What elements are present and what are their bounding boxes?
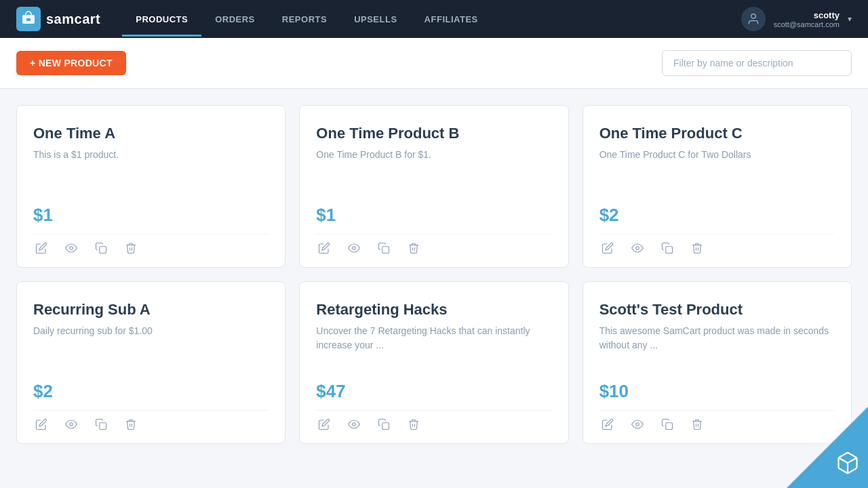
edit-icon[interactable]	[33, 240, 50, 256]
view-icon[interactable]	[63, 240, 79, 256]
svg-rect-4	[100, 247, 106, 253]
edit-icon[interactable]	[316, 240, 332, 256]
brand-name: samcart	[46, 12, 100, 27]
delete-icon[interactable]	[689, 416, 705, 432]
nav-links: PRODUCTS ORDERS REPORTS UPSELLS AFFILIAT…	[122, 2, 741, 37]
navbar: samcart PRODUCTS ORDERS REPORTS UPSELLS …	[0, 0, 868, 38]
product-title: Scott's Test Product	[599, 301, 835, 319]
view-icon[interactable]	[346, 416, 362, 432]
copy-icon[interactable]	[376, 416, 392, 432]
nav-products[interactable]: PRODUCTS	[122, 2, 201, 37]
product-card: Scott's Test Product This awesome SamCar…	[583, 281, 852, 444]
svg-point-3	[70, 247, 73, 250]
copy-icon[interactable]	[659, 416, 675, 432]
product-title: Retargeting Hacks	[316, 301, 551, 319]
svg-point-5	[353, 247, 356, 250]
view-icon[interactable]	[629, 240, 646, 256]
nav-upsells[interactable]: UPSELLS	[340, 2, 410, 37]
view-icon[interactable]	[629, 416, 646, 432]
product-description: One Time Product C for Two Dollars	[599, 148, 835, 194]
product-actions	[599, 234, 835, 256]
svg-rect-10	[100, 423, 106, 430]
copy-icon[interactable]	[376, 240, 392, 256]
nav-affiliates[interactable]: AFFILIATES	[411, 2, 492, 37]
svg-point-2	[751, 14, 755, 19]
product-title: One Time A	[33, 125, 269, 142]
product-price: $47	[316, 381, 551, 402]
product-description: This awesome SamCart product was made in…	[599, 324, 835, 370]
nav-reports[interactable]: REPORTS	[269, 2, 340, 37]
product-price: $10	[599, 381, 835, 402]
delete-icon[interactable]	[123, 416, 139, 432]
user-dropdown-icon[interactable]: ▾	[848, 14, 852, 24]
svg-rect-12	[382, 423, 389, 430]
brand-logo[interactable]: samcart	[16, 7, 100, 31]
product-price: $1	[316, 205, 551, 226]
product-description: Daily recurring sub for $1.00	[33, 324, 269, 370]
view-icon[interactable]	[63, 416, 79, 432]
edit-icon[interactable]	[33, 416, 50, 432]
product-price: $1	[33, 205, 269, 226]
delete-icon[interactable]	[689, 240, 705, 256]
product-title: Recurring Sub A	[33, 301, 269, 319]
edit-icon[interactable]	[599, 416, 616, 432]
delete-icon[interactable]	[406, 416, 422, 432]
user-info: scotty scott@samcart.com	[774, 10, 840, 28]
product-card: Recurring Sub A Daily recurring sub for …	[16, 281, 285, 444]
new-product-button[interactable]: + NEW PRODUCT	[16, 51, 126, 75]
product-card: Retargeting Hacks Uncover the 7 Retarget…	[299, 281, 568, 444]
bottom-box-icon	[835, 451, 860, 480]
user-avatar-icon	[741, 7, 766, 31]
svg-rect-8	[665, 247, 672, 253]
svg-rect-6	[382, 247, 389, 253]
product-title: One Time Product B	[316, 125, 551, 142]
product-actions	[316, 410, 551, 432]
svg-point-7	[635, 247, 639, 250]
product-actions	[33, 410, 269, 432]
edit-icon[interactable]	[316, 416, 332, 432]
product-description: This is a $1 product.	[33, 148, 269, 194]
svg-rect-1	[26, 18, 31, 21]
product-price: $2	[33, 381, 269, 402]
delete-icon[interactable]	[123, 240, 139, 256]
svg-point-11	[353, 423, 356, 426]
product-description: One Time Product B for $1.	[316, 148, 551, 194]
product-price: $2	[599, 205, 835, 226]
brand-icon	[16, 7, 41, 31]
svg-point-13	[635, 423, 639, 426]
toolbar: + NEW PRODUCT	[0, 38, 868, 89]
nav-right: scotty scott@samcart.com ▾	[741, 7, 852, 31]
copy-icon[interactable]	[659, 240, 675, 256]
product-description: Uncover the 7 Retargeting Hacks that can…	[316, 324, 551, 370]
svg-rect-14	[665, 423, 672, 430]
nav-orders[interactable]: ORDERS	[201, 2, 269, 37]
copy-icon[interactable]	[93, 240, 109, 256]
product-actions	[316, 234, 551, 256]
product-card: One Time Product B One Time Product B fo…	[299, 105, 568, 268]
products-grid: One Time A This is a $1 product. $1	[0, 89, 868, 460]
edit-icon[interactable]	[599, 240, 616, 256]
filter-input[interactable]	[662, 50, 852, 76]
product-card: One Time A This is a $1 product. $1	[16, 105, 285, 268]
product-actions	[33, 234, 269, 256]
user-email: scott@samcart.com	[774, 20, 840, 28]
svg-point-9	[70, 423, 73, 426]
product-actions	[599, 410, 835, 432]
product-title: One Time Product C	[599, 125, 835, 142]
user-name: scotty	[814, 10, 840, 20]
copy-icon[interactable]	[93, 416, 109, 432]
delete-icon[interactable]	[406, 240, 422, 256]
view-icon[interactable]	[346, 240, 362, 256]
product-card: One Time Product C One Time Product C fo…	[583, 105, 852, 268]
